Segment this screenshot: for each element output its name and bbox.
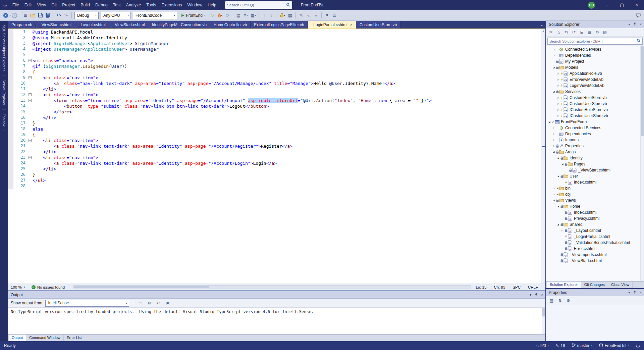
feedback-icon[interactable]: [635, 11, 642, 19]
rail-tab-toolbox[interactable]: Toolbox: [2, 110, 6, 131]
code-line-5[interactable]: 5: [8, 52, 541, 58]
start-debug-button[interactable]: ▶FrontEnd▾: [179, 11, 208, 19]
chevron-expanded-icon[interactable]: ◢: [556, 175, 560, 178]
chevron-collapsed-icon[interactable]: ▷: [556, 114, 560, 117]
chevron-expanded-icon[interactable]: ◢: [552, 90, 556, 93]
code-line-19[interactable]: 19{: [8, 132, 541, 138]
output-source-dropdown[interactable]: IntelliSense▾: [45, 300, 129, 307]
code-line-24[interactable]: 24 <a class="nav-link text-dark" asp-are…: [8, 160, 541, 166]
chevron-expanded-icon[interactable]: ◢: [547, 120, 551, 123]
menu-tools[interactable]: Tools: [144, 0, 159, 10]
chevron-collapsed-icon[interactable]: ▷: [556, 78, 560, 81]
chevron-collapsed-icon[interactable]: ▷: [552, 193, 556, 196]
git-repo-picker[interactable]: FrontEndTst▴: [599, 343, 629, 348]
messages-icon[interactable]: ≡: [137, 300, 144, 306]
tree-item-my-project[interactable]: My Project: [546, 58, 644, 64]
tree-item-viewimports-cshtml[interactable]: @_ViewImports.cshtml: [546, 252, 644, 258]
tree-item-views[interactable]: ◢Views: [546, 197, 644, 203]
preview-selected-icon[interactable]: ▨: [601, 29, 608, 36]
tree-item-user[interactable]: ◢User: [546, 173, 644, 179]
save-button[interactable]: [37, 11, 44, 19]
chevron-expanded-icon[interactable]: ◢: [556, 205, 560, 208]
new-project-button[interactable]: ⊞: [22, 11, 29, 19]
doc-tab-customuserstore-vb[interactable]: CustomUserStore.vb: [356, 21, 400, 29]
move-down-icon[interactable]: ↓: [268, 11, 275, 19]
solution-config-dropdown[interactable]: Debug▾: [74, 12, 99, 19]
menu-build[interactable]: Build: [78, 0, 93, 10]
code-line-text[interactable]: }: [33, 172, 35, 178]
tree-item-bin[interactable]: ▷bin: [546, 185, 644, 191]
solution-search-input[interactable]: [549, 39, 637, 43]
code-line-text[interactable]: }: [33, 120, 35, 126]
code-line-13[interactable]: 13- <form class="form-inline" asp-area="…: [8, 98, 541, 103]
code-line-21[interactable]: 21 <a class="nav-link text-dark" asp-are…: [8, 143, 541, 149]
code-line-text[interactable]: <li class="nav-item">: [33, 138, 98, 143]
rail-tab-sql-server-object-explorer[interactable]: SQL Server Object Explorer: [2, 21, 6, 76]
code-line-text[interactable]: @inject SignInManager<ApplicationUser> S…: [33, 41, 169, 46]
quick-search[interactable]: [225, 1, 292, 9]
scroll-up-icon[interactable]: ▲: [541, 29, 545, 33]
git-changes-status[interactable]: ✎18: [555, 343, 565, 348]
window-menu-icon[interactable]: ▾: [627, 291, 632, 294]
menu-help[interactable]: Help: [205, 0, 219, 10]
pin-icon[interactable]: [632, 22, 638, 27]
copy-icon[interactable]: ▣: [164, 300, 171, 306]
code-line-text[interactable]: @using BackendAPI.Model: [33, 29, 93, 35]
code-line-text[interactable]: else: [33, 126, 43, 132]
chevron-expanded-icon[interactable]: ◢: [552, 151, 556, 153]
code-line-14[interactable]: 14 <button type="submit" class="nav-link…: [8, 103, 541, 109]
avatar[interactable]: HB: [588, 2, 595, 9]
tree-item-icustomrolestore-vb[interactable]: ▷+VBICustomRoleStore.vb: [546, 107, 644, 113]
bottom-panel-tab-command-window[interactable]: Command Window: [26, 335, 64, 341]
code-line-26[interactable]: 26}: [8, 172, 541, 178]
tree-item-applcationrole-vb[interactable]: ▷+VBApplcationRole.vb: [546, 70, 644, 77]
code-line-text[interactable]: @using Microsoft.AspNetCore.Identity: [33, 35, 127, 41]
tree-item-customuserstore-vb[interactable]: ▷+VBCustomUserStore.vb: [546, 101, 644, 107]
categorized-icon[interactable]: ▦: [548, 297, 555, 304]
close-icon[interactable]: ×: [539, 293, 545, 297]
chevron-collapsed-icon[interactable]: ▷: [556, 108, 560, 111]
tree-item-shared[interactable]: ◢Shared: [546, 221, 644, 228]
tree-item-frontendform[interactable]: ◢✓VBFrontEndForm: [546, 119, 644, 125]
code-line-17[interactable]: 17}: [8, 120, 541, 126]
code-line-text[interactable]: </li>: [33, 86, 56, 92]
code-line-text[interactable]: <form class="form-inline" asp-area="Iden…: [33, 98, 432, 103]
code-line-1[interactable]: 1@using BackendAPI.Model: [8, 29, 541, 35]
code-line-10[interactable]: 10 <a class="nav-link text-dark" asp-are…: [8, 81, 541, 86]
code-line-text[interactable]: {: [33, 69, 35, 75]
search-input[interactable]: [227, 3, 286, 7]
code-line-11[interactable]: 11 </li>: [8, 86, 541, 92]
bookmark-list-icon[interactable]: ≣: [331, 11, 338, 19]
tree-item-areas[interactable]: ◢Areas: [546, 149, 644, 155]
doc-tab-loginpartial-cshtml[interactable]: _LoginPartial.cshtml×: [308, 21, 356, 29]
tab-close-icon[interactable]: ×: [350, 22, 353, 27]
code-line-text[interactable]: @inject UserManager<ApplicationUser> Use…: [33, 46, 159, 52]
tree-item-connected-services[interactable]: ▷Connected Services: [546, 125, 644, 131]
undo-button[interactable]: ↶▾: [55, 11, 62, 19]
doc-tab-program-vb[interactable]: Program.vb: [8, 21, 36, 29]
document-health-indicator[interactable]: ✓No issues found: [28, 285, 68, 289]
doc-tab-viewstart-cshtml[interactable]: _ViewStart.cshtml: [36, 21, 75, 29]
bottom-panel-tab-output[interactable]: Output: [9, 335, 26, 341]
code-line-9[interactable]: 9- <li class="nav-item">: [8, 75, 541, 81]
sync-with-active-document-icon[interactable]: ⇆: [563, 29, 570, 36]
explorer-panel-tab-git-changes[interactable]: Git Changes: [581, 282, 608, 288]
chevron-expanded-icon[interactable]: ◢: [560, 163, 565, 165]
code-line-28[interactable]: 28: [8, 183, 541, 189]
menu-extensions[interactable]: Extensions: [159, 0, 184, 10]
code-line-text[interactable]: </li>: [33, 149, 56, 155]
start-without-debugging-button[interactable]: ▷: [209, 11, 216, 19]
chevron-collapsed-icon[interactable]: ▷: [552, 133, 556, 135]
code-line-18[interactable]: 18else: [8, 126, 541, 132]
fold-collapse-icon[interactable]: -: [29, 156, 32, 159]
hot-reload-button[interactable]: ▾: [216, 11, 224, 19]
clear-all-icon[interactable]: ⊠: [146, 300, 153, 306]
fold-collapse-icon[interactable]: -: [29, 93, 32, 96]
doc-tab-externalloginspagefilter-vb[interactable]: ExternalLoginsPageFilter.vb: [251, 21, 308, 29]
chevron-collapsed-icon[interactable]: ▷: [556, 102, 560, 105]
menu-file[interactable]: File: [10, 0, 22, 10]
code-line-text[interactable]: @if (SignInManager.IsSignedIn(User)): [33, 63, 127, 69]
chevron-collapsed-icon[interactable]: ▷: [552, 187, 556, 190]
restart-button[interactable]: ⟳: [224, 11, 231, 19]
chevron-expanded-icon[interactable]: ◢: [556, 157, 560, 159]
